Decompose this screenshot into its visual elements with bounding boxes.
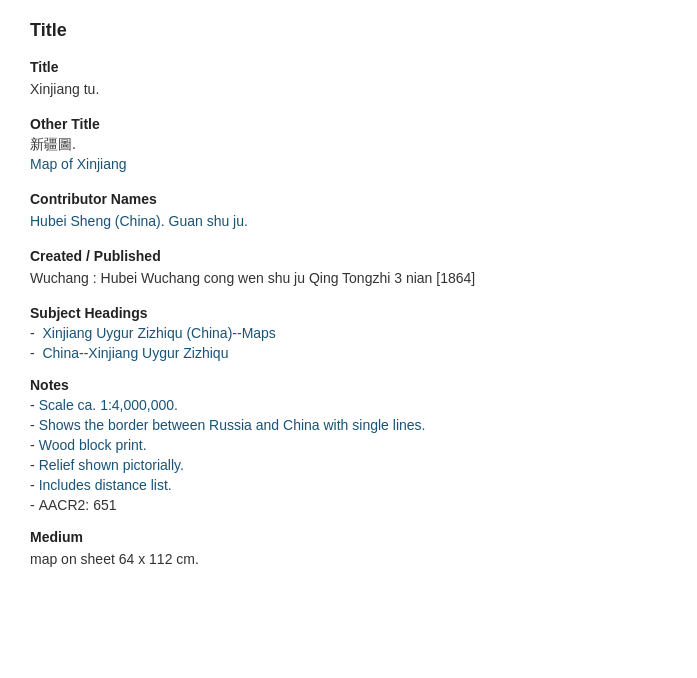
subject-field: Subject Headings - Xinjiang Uygur Zizhiq… — [30, 305, 667, 361]
note-item: - Wood block print. — [30, 437, 667, 453]
title-field: Title Xinjiang tu. — [30, 59, 667, 100]
dash: - — [30, 397, 35, 413]
dash: - — [30, 345, 35, 361]
contributor-link[interactable]: Hubei Sheng (China). Guan shu ju. — [30, 213, 248, 229]
note-link-5[interactable]: Includes distance list. — [39, 477, 172, 493]
title-value: Xinjiang tu. — [30, 79, 667, 100]
subject-item: - Xinjiang Uygur Zizhiqu (China)--Maps — [30, 325, 667, 341]
other-title-label: Other Title — [30, 116, 667, 132]
dash: - — [30, 417, 35, 433]
subject-link-1[interactable]: Xinjiang Uygur Zizhiqu (China)--Maps — [42, 325, 275, 341]
dash: - — [30, 437, 35, 453]
other-title-chinese: 新疆圖. — [30, 136, 667, 154]
contributor-label: Contributor Names — [30, 191, 667, 207]
note-item: - AACR2: 651 — [30, 497, 667, 513]
created-value: Wuchang : Hubei Wuchang cong wen shu ju … — [30, 268, 667, 289]
dash: - — [30, 477, 35, 493]
medium-value: map on sheet 64 x 112 cm. — [30, 549, 667, 570]
notes-field: Notes - Scale ca. 1:4,000,000. - Shows t… — [30, 377, 667, 513]
notes-label: Notes — [30, 377, 667, 393]
note-link-2[interactable]: Shows the border between Russia and Chin… — [39, 417, 426, 433]
note-link-4[interactable]: Relief shown pictorially. — [39, 457, 184, 473]
created-label: Created / Published — [30, 248, 667, 264]
contributor-field: Contributor Names Hubei Sheng (China). G… — [30, 191, 667, 232]
note-item: - Relief shown pictorially. — [30, 457, 667, 473]
dash: - — [30, 497, 35, 513]
subject-link-2[interactable]: China--Xinjiang Uygur Zizhiqu — [42, 345, 228, 361]
medium-label: Medium — [30, 529, 667, 545]
note-item: - Includes distance list. — [30, 477, 667, 493]
dash: - — [30, 457, 35, 473]
title-label: Title — [30, 59, 667, 75]
dash: - — [30, 325, 35, 341]
note-link-1[interactable]: Scale ca. 1:4,000,000. — [39, 397, 178, 413]
page-title: Title — [30, 20, 667, 41]
other-title-link[interactable]: Map of Xinjiang — [30, 156, 127, 172]
note-text-6: AACR2: 651 — [39, 497, 117, 513]
medium-field: Medium map on sheet 64 x 112 cm. — [30, 529, 667, 570]
created-field: Created / Published Wuchang : Hubei Wuch… — [30, 248, 667, 289]
subject-item: - China--Xinjiang Uygur Zizhiqu — [30, 345, 667, 361]
note-item: - Scale ca. 1:4,000,000. — [30, 397, 667, 413]
note-link-3[interactable]: Wood block print. — [39, 437, 147, 453]
other-title-field: Other Title 新疆圖. Map of Xinjiang — [30, 116, 667, 175]
note-item: - Shows the border between Russia and Ch… — [30, 417, 667, 433]
subject-label: Subject Headings — [30, 305, 667, 321]
